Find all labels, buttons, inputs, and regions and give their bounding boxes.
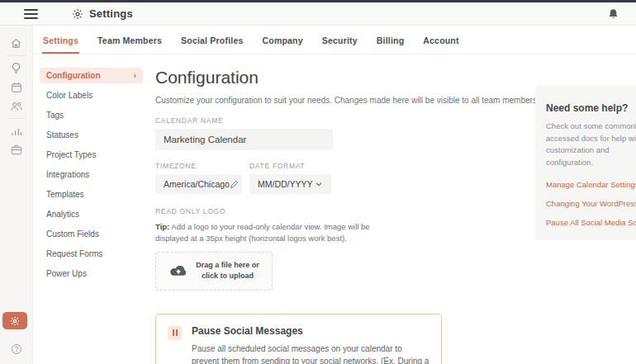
help-icon[interactable] xyxy=(7,340,26,358)
help-link-manage-calendar-settings[interactable]: Manage Calendar Settings xyxy=(546,180,636,189)
pause-social-messages-card: Pause Social Messages Pause all schedule… xyxy=(155,314,442,364)
projects-icon[interactable] xyxy=(7,140,26,159)
logo-upload-dropzone[interactable]: Drag a file here or click to upload xyxy=(155,252,273,291)
help-link-changing-wordpress-timezone[interactable]: Changing Your WordPress Timezone xyxy=(546,199,636,208)
page-title: Settings xyxy=(89,7,133,20)
subnav-item-configuration[interactable]: Configuration › xyxy=(40,68,143,83)
tab-team-members[interactable]: Team Members xyxy=(97,34,163,54)
pause-card-title: Pause Social Messages xyxy=(192,325,430,337)
chevron-right-icon: › xyxy=(134,71,136,80)
pause-card-body: Pause all scheduled social messages on y… xyxy=(192,343,430,364)
rail-divider xyxy=(7,118,26,119)
home-icon[interactable] xyxy=(7,34,26,53)
rail-divider xyxy=(7,55,26,56)
gear-icon xyxy=(72,8,83,20)
calendar-name-input[interactable]: Marketing Calendar xyxy=(155,129,333,150)
help-body: Check out some commonly accessed docs fo… xyxy=(546,121,636,169)
calendar-icon[interactable] xyxy=(7,78,26,97)
date-format-select[interactable]: MM/DD/YYYY xyxy=(249,174,331,194)
settings-subnav: Configuration › Color Labels › Tags › St… xyxy=(40,68,143,364)
page-title-group: Settings xyxy=(72,7,133,20)
tab-billing[interactable]: Billing xyxy=(376,34,405,54)
pause-icon xyxy=(168,326,182,340)
subnav-item-tags[interactable]: Tags › xyxy=(40,107,143,123)
chevron-down-icon xyxy=(315,180,323,188)
timezone-label: TIMEZONE xyxy=(155,162,242,170)
app-header: Settings xyxy=(0,2,636,26)
tab-company[interactable]: Company xyxy=(261,34,303,54)
subnav-item-color-labels[interactable]: Color Labels › xyxy=(40,87,143,103)
help-link-pause-all-social-media-scheduling[interactable]: Pause All Social Media Scheduling xyxy=(546,218,636,227)
timezone-field[interactable]: America/Chicago xyxy=(155,174,242,194)
section-title: Configuration xyxy=(155,68,496,87)
date-format-label: DATE FORMAT xyxy=(249,162,331,170)
notifications-bell-icon[interactable] xyxy=(608,8,619,20)
subnav-item-custom-fields[interactable]: Custom Fields › xyxy=(40,226,143,242)
analytics-icon[interactable] xyxy=(7,121,26,140)
help-panel: Need some help? Check out some commonly … xyxy=(535,86,636,240)
section-description: Customize your configuration to suit you… xyxy=(155,96,496,105)
subnav-item-templates[interactable]: Templates › xyxy=(40,187,143,202)
subnav-item-statuses[interactable]: Statuses › xyxy=(40,127,143,143)
tab-settings[interactable]: Settings xyxy=(42,34,79,54)
tab-account[interactable]: Account xyxy=(422,34,459,54)
cloud-upload-icon xyxy=(168,264,188,278)
dropzone-text: Drag a file here or click to upload xyxy=(196,260,259,282)
configuration-panel: Configuration Customize your configurati… xyxy=(155,68,496,364)
subnav-item-integrations[interactable]: Integrations › xyxy=(40,167,143,182)
tab-social-profiles[interactable]: Social Profiles xyxy=(180,34,244,54)
icon-sidebar xyxy=(0,26,33,364)
logo-tip-text: Tip: Add a logo to your read-only calend… xyxy=(155,221,380,244)
help-title: Need some help? xyxy=(546,102,636,114)
ideas-icon[interactable] xyxy=(7,59,26,78)
hamburger-menu-icon[interactable] xyxy=(24,7,38,21)
read-only-logo-label: READ ONLY LOGO xyxy=(155,207,496,215)
calendar-name-label: CALENDAR NAME xyxy=(155,116,496,125)
team-icon[interactable] xyxy=(7,97,26,116)
edit-pencil-icon[interactable] xyxy=(230,180,239,189)
subnav-item-project-types[interactable]: Project Types › xyxy=(40,147,143,163)
settings-tabbar: SettingsTeam MembersSocial ProfilesCompa… xyxy=(33,26,636,54)
subnav-item-power-ups[interactable]: Power Ups › xyxy=(40,266,143,281)
subnav-item-request-forms[interactable]: Request Forms › xyxy=(40,246,143,262)
rail-settings-icon-active[interactable] xyxy=(2,312,27,329)
tab-security[interactable]: Security xyxy=(321,34,358,54)
subnav-item-analytics[interactable]: Analytics › xyxy=(40,206,143,222)
